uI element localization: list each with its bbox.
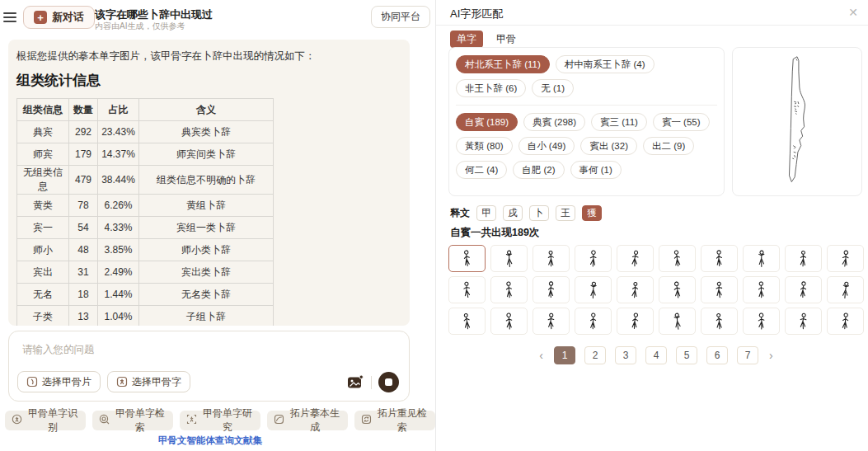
filter-chip[interactable]: 无 (1) bbox=[532, 79, 574, 97]
glyph-cell[interactable] bbox=[533, 308, 570, 335]
filter-chip[interactable]: 賓三 (11) bbox=[591, 113, 647, 131]
glyph-cell[interactable] bbox=[490, 245, 528, 272]
glyph-cell[interactable] bbox=[827, 245, 864, 272]
action-chip[interactable]: 甲骨单字检索 bbox=[92, 411, 173, 430]
filter-chip[interactable]: 出二 (9) bbox=[643, 137, 694, 155]
glyph-cell[interactable] bbox=[827, 308, 864, 335]
glyph-cell[interactable] bbox=[490, 276, 528, 303]
collab-platform-button[interactable]: 协同平台 bbox=[371, 6, 430, 28]
glyph-cell[interactable] bbox=[743, 245, 780, 272]
new-chat-button[interactable]: + 新对话 bbox=[23, 6, 95, 29]
filter-chip[interactable]: 村中南系王卜辞 (4) bbox=[556, 55, 655, 73]
glyph-cell[interactable] bbox=[575, 245, 612, 272]
oracle-glyph bbox=[755, 248, 767, 270]
glyph-cell[interactable] bbox=[743, 308, 780, 335]
filter-chip[interactable]: 黃類 (80) bbox=[456, 137, 513, 155]
filter-chip[interactable]: 賓出 (32) bbox=[580, 137, 637, 155]
filter-chip[interactable]: 何二 (4) bbox=[456, 161, 507, 179]
plus-icon: + bbox=[34, 11, 47, 24]
table-row: 宾出312.49%宾出类卜辞 bbox=[17, 261, 274, 284]
transcription-chip[interactable]: 戌 bbox=[503, 205, 523, 221]
table-cell: 23.43% bbox=[98, 121, 139, 143]
filter-chip[interactable]: 自肥 (2) bbox=[513, 161, 564, 179]
filter-chip[interactable]: 村北系王卜辞 (11) bbox=[456, 55, 550, 73]
glyph-cell[interactable] bbox=[575, 276, 612, 303]
page-button[interactable]: 7 bbox=[737, 346, 758, 364]
page-button[interactable]: 2 bbox=[584, 346, 606, 364]
transcription-chip[interactable]: 獲 bbox=[582, 205, 602, 221]
page-button[interactable]: 4 bbox=[645, 346, 667, 364]
action-chip[interactable]: 甲骨单字识别 bbox=[5, 411, 86, 430]
oracle-glyph bbox=[713, 280, 725, 301]
table-row: 子类131.04%子组卜辞 bbox=[17, 306, 274, 327]
glyph-cell[interactable] bbox=[743, 276, 780, 303]
close-icon[interactable]: ✕ bbox=[848, 6, 858, 19]
app: + 新对话 该字在哪些卜辞中出现过 内容由AI生成，仅供参考 协同平台 根据您提… bbox=[0, 0, 868, 451]
table-header-cell: 占比 bbox=[98, 99, 139, 121]
glyph-cell[interactable] bbox=[448, 308, 486, 335]
filter-chip[interactable]: 事何 (1) bbox=[570, 161, 622, 179]
glyph-cell[interactable] bbox=[785, 245, 822, 272]
filter-chip[interactable]: 自賓 (189) bbox=[456, 113, 518, 131]
transcription-chip[interactable]: 卜 bbox=[529, 205, 549, 221]
filter-chip[interactable]: 非王卜辞 (6) bbox=[456, 79, 526, 97]
oracle-bone-preview bbox=[732, 47, 862, 196]
oracle-glyph bbox=[545, 248, 557, 270]
glyph-cell[interactable] bbox=[575, 308, 612, 335]
glyph-cell[interactable] bbox=[617, 245, 654, 272]
attach-image-icon[interactable] bbox=[347, 374, 364, 390]
action-chip[interactable]: 拓片重见检索 bbox=[354, 411, 435, 430]
page-button[interactable]: 5 bbox=[676, 346, 697, 364]
glyph-cell[interactable] bbox=[785, 276, 822, 303]
question-input[interactable] bbox=[21, 341, 337, 368]
page-button[interactable]: 6 bbox=[706, 346, 728, 364]
action-chip-label: 甲骨单字识别 bbox=[26, 406, 79, 435]
next-page-icon[interactable]: › bbox=[767, 349, 775, 362]
glyph-cell[interactable] bbox=[448, 245, 486, 272]
ai-disclaimer: 内容由AI生成，仅供参考 bbox=[95, 21, 185, 32]
action-chip[interactable]: 甲骨单字研究 bbox=[180, 411, 260, 430]
glyph-cell[interactable] bbox=[448, 276, 486, 303]
glyph-cell[interactable] bbox=[701, 276, 738, 303]
glyph-cell[interactable] bbox=[785, 308, 822, 335]
table-row: 无名181.44%无名类卜辞 bbox=[17, 284, 274, 306]
glyph-cell[interactable] bbox=[533, 245, 570, 272]
literature-collection-link[interactable]: 甲骨文智能体查询文献集 bbox=[0, 435, 420, 447]
action-chip[interactable]: 拓片摹本生成 bbox=[267, 411, 348, 430]
glyph-cell[interactable] bbox=[701, 308, 738, 335]
glyph-cell[interactable] bbox=[617, 276, 654, 303]
transcription-chip[interactable]: 甲 bbox=[476, 205, 496, 221]
table-cell: 组类信息不明确的卜辞 bbox=[139, 166, 274, 195]
glyph-cell[interactable] bbox=[827, 276, 864, 303]
tab-single-char[interactable]: 单字 bbox=[450, 31, 483, 48]
glyph-cell[interactable] bbox=[617, 308, 654, 335]
page-button[interactable]: 1 bbox=[554, 346, 575, 364]
select-oracle-char-button[interactable]: 选择甲骨字 bbox=[107, 371, 190, 392]
input-button-row: 选择甲骨片 选择甲骨字 bbox=[17, 371, 190, 392]
stop-generation-button[interactable] bbox=[378, 372, 399, 392]
glyph-cell[interactable] bbox=[533, 276, 570, 303]
glyph-cell[interactable] bbox=[659, 308, 696, 335]
divider bbox=[456, 105, 717, 106]
table-cell: 典宾类卜辞 bbox=[139, 121, 274, 143]
chat-input-card: 选择甲骨片 选择甲骨字 bbox=[8, 331, 410, 402]
page-button[interactable]: 3 bbox=[615, 346, 636, 364]
filter-chip[interactable]: 賓一 (55) bbox=[653, 113, 710, 131]
glyph-cell[interactable] bbox=[659, 276, 696, 303]
prev-page-icon[interactable]: ‹ bbox=[537, 349, 545, 362]
tab-oracle-bone[interactable]: 甲骨 bbox=[496, 31, 516, 48]
table-row: 黄类786.26%黄组卜辞 bbox=[17, 195, 274, 217]
glyph-cell[interactable] bbox=[701, 245, 738, 272]
table-cell: 1.44% bbox=[98, 284, 139, 306]
oracle-glyph bbox=[671, 311, 683, 332]
table-cell: 黄类 bbox=[17, 195, 69, 217]
table-cell: 师宾间类卜辞 bbox=[139, 143, 274, 166]
glyph-cell[interactable] bbox=[490, 308, 528, 335]
glyph-cell[interactable] bbox=[659, 245, 696, 272]
filter-chip[interactable]: 典賓 (298) bbox=[523, 113, 585, 131]
oracle-glyph bbox=[755, 280, 767, 301]
menu-icon[interactable] bbox=[3, 12, 16, 22]
select-oracle-bone-button[interactable]: 选择甲骨片 bbox=[17, 371, 101, 392]
filter-chip[interactable]: 自小 (49) bbox=[518, 137, 575, 155]
transcription-chip[interactable]: 王 bbox=[556, 205, 575, 221]
